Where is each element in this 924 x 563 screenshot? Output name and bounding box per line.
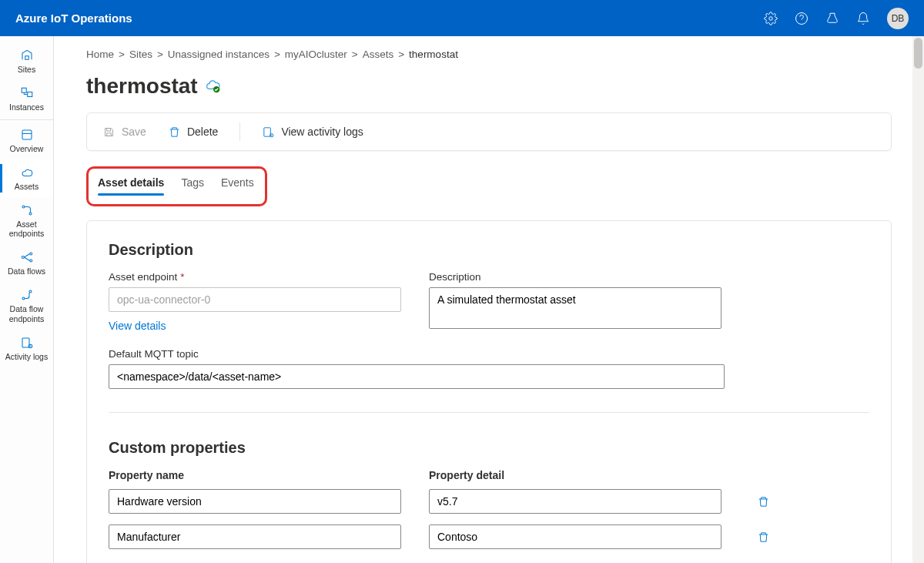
sidebar-item-assets[interactable]: Assets <box>0 159 53 197</box>
property-row <box>109 489 869 514</box>
description-label: Description <box>429 271 721 283</box>
svg-point-1 <box>796 12 808 24</box>
sidebar-label: Instances <box>9 102 44 112</box>
svg-point-0 <box>769 16 773 20</box>
sidebar-item-data-flows[interactable]: Data flows <box>0 244 53 282</box>
svg-rect-26 <box>264 127 271 136</box>
svg-point-18 <box>22 297 25 300</box>
sidebar-item-sites[interactable]: Sites <box>0 42 53 80</box>
property-name-header: Property name <box>109 469 401 481</box>
property-detail-input[interactable] <box>429 524 721 549</box>
tabs-highlight: Asset details Tags Events <box>86 166 267 206</box>
sidebar-item-overview[interactable]: Overview <box>0 122 53 159</box>
breadcrumb-link[interactable]: myAIOcluster <box>285 49 347 60</box>
tabs: Asset details Tags Events <box>98 176 254 195</box>
svg-point-13 <box>22 256 24 259</box>
svg-rect-4 <box>25 56 28 60</box>
details-card: Description Asset endpoint* View details… <box>86 220 892 563</box>
asset-endpoint-input <box>109 287 401 312</box>
sidebar-label: Sites <box>18 65 35 74</box>
svg-rect-25 <box>107 132 112 136</box>
app-title: Azure IoT Operations <box>15 12 132 25</box>
property-name-input[interactable] <box>109 489 401 514</box>
sidebar-item-asset-endpoints[interactable]: Asset endpoints <box>0 197 53 244</box>
data-flow-endpoints-icon <box>20 288 34 302</box>
settings-icon[interactable] <box>764 12 778 25</box>
property-detail-header: Property detail <box>429 469 721 481</box>
sites-icon <box>20 49 34 62</box>
cloud-sync-icon <box>206 79 221 94</box>
sidebar: Sites Instances Overview Assets Asset en… <box>0 36 54 563</box>
data-flows-icon <box>20 250 34 264</box>
svg-point-12 <box>29 213 32 215</box>
svg-line-17 <box>24 257 30 261</box>
custom-properties-heading: Custom properties <box>109 439 869 457</box>
svg-line-16 <box>24 254 30 258</box>
sidebar-label: Asset endpoints <box>3 220 50 238</box>
user-avatar[interactable]: DB <box>887 8 909 29</box>
delete-property-button[interactable] <box>749 531 777 544</box>
svg-rect-20 <box>22 338 29 347</box>
scrollbar[interactable] <box>912 36 924 563</box>
tab-asset-details[interactable]: Asset details <box>98 176 164 195</box>
svg-point-15 <box>29 260 32 262</box>
asset-endpoint-label: Asset endpoint* <box>109 271 401 283</box>
property-name-input[interactable] <box>109 524 401 549</box>
activity-logs-icon <box>20 336 34 350</box>
svg-rect-9 <box>22 130 32 139</box>
sidebar-item-activity-logs[interactable]: Activity logs <box>0 330 53 367</box>
sidebar-item-instances[interactable]: Instances <box>0 80 53 118</box>
scrollbar-thumb[interactable] <box>914 38 922 69</box>
breadcrumb: Home> Sites> Unassigned instances> myAIO… <box>86 49 892 60</box>
delete-property-button[interactable] <box>749 495 777 508</box>
breadcrumb-current: thermostat <box>409 49 458 60</box>
notifications-icon[interactable] <box>856 12 870 25</box>
assets-icon <box>20 166 34 179</box>
property-detail-input[interactable] <box>429 489 721 514</box>
help-icon[interactable] <box>795 12 808 25</box>
delete-button[interactable]: Delete <box>168 126 218 139</box>
instances-icon <box>20 86 34 100</box>
sidebar-label: Data flows <box>8 266 45 276</box>
asset-endpoints-icon <box>20 203 34 217</box>
save-button: Save <box>102 126 146 139</box>
breadcrumb-link[interactable]: Home <box>86 49 114 60</box>
view-activity-logs-button[interactable]: View activity logs <box>262 126 363 139</box>
page-title: thermostat <box>86 74 198 99</box>
svg-rect-6 <box>27 92 32 97</box>
view-details-link[interactable]: View details <box>109 320 166 332</box>
mqtt-label: Default MQTT topic <box>109 348 869 360</box>
sidebar-label: Overview <box>10 144 44 153</box>
description-heading: Description <box>109 241 869 259</box>
description-input[interactable] <box>429 287 721 329</box>
main-content: Home> Sites> Unassigned instances> myAIO… <box>54 36 924 563</box>
breadcrumb-link[interactable]: Sites <box>129 49 152 60</box>
app-header: Azure IoT Operations DB <box>0 0 924 36</box>
svg-rect-24 <box>107 128 111 131</box>
sidebar-label: Data flow endpoints <box>3 304 50 323</box>
sidebar-label: Assets <box>15 182 39 191</box>
sidebar-item-data-flow-endpoints[interactable]: Data flow endpoints <box>0 282 53 329</box>
tab-tags[interactable]: Tags <box>181 176 204 195</box>
svg-point-19 <box>29 290 32 293</box>
mqtt-topic-input[interactable] <box>109 364 725 389</box>
svg-point-14 <box>29 253 32 255</box>
toolbar: Save Delete View activity logs <box>86 112 892 151</box>
sidebar-label: Activity logs <box>5 352 48 361</box>
breadcrumb-link[interactable]: Assets <box>363 49 394 60</box>
svg-point-11 <box>22 206 25 208</box>
breadcrumb-link[interactable]: Unassigned instances <box>168 49 270 60</box>
property-row <box>109 524 869 549</box>
diagnostics-icon[interactable] <box>825 12 839 25</box>
overview-icon <box>20 128 34 142</box>
tab-events[interactable]: Events <box>221 176 254 195</box>
svg-rect-5 <box>22 88 26 92</box>
